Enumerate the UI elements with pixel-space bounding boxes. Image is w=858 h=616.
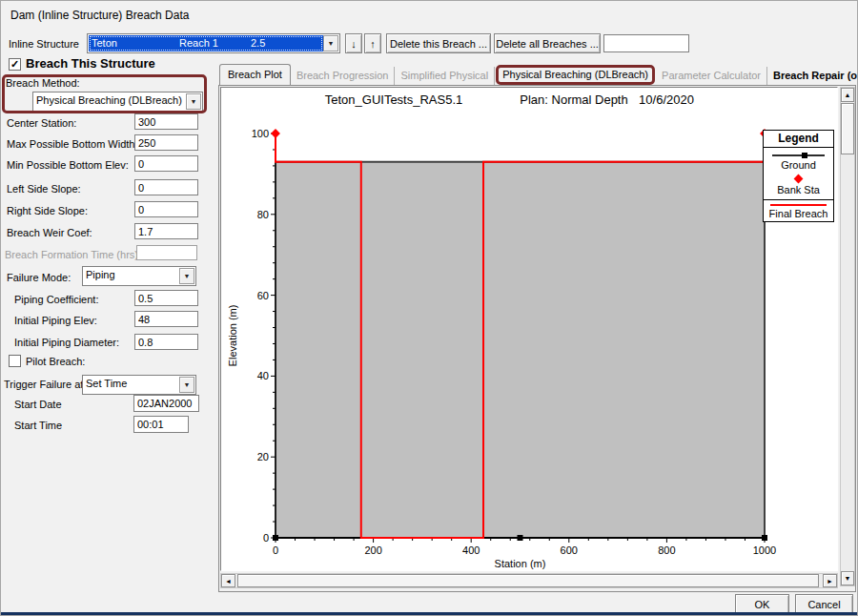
tab-strip: Breach Plot Breach Progression Simplifie… xyxy=(219,64,858,85)
bank-sta-marker-icon xyxy=(794,175,804,184)
ground-line-icon xyxy=(772,152,825,159)
min-bottom-elev-label: Min Possible Bottom Elev: xyxy=(7,159,129,171)
plot-title: Teton_GUITests_RAS5.1 xyxy=(325,92,463,107)
cancel-button[interactable]: Cancel xyxy=(795,594,853,614)
horizontal-scrollbar[interactable]: ◄ ► xyxy=(220,573,838,588)
move-down-button[interactable]: ↓ xyxy=(345,33,362,53)
piping-coefficient-label: Piping Coefficient: xyxy=(14,294,98,305)
ok-button[interactable]: OK xyxy=(735,594,789,614)
chevron-down-icon[interactable]: ▼ xyxy=(186,93,201,110)
selector-river: Teton xyxy=(92,37,117,49)
tab-physical-breaching[interactable]: Physical Breaching (DLBreach) xyxy=(496,65,655,85)
breach-plot-area: 02004006008001000020406080100Teton_GUITe… xyxy=(220,87,838,571)
initial-piping-diameter-label: Initial Piping Diameter: xyxy=(14,337,119,348)
failure-mode-dropdown[interactable]: Piping ▼ xyxy=(82,266,196,286)
left-side-slope-label: Left Side Slope: xyxy=(7,183,81,195)
breach-method-value: Physical Breaching (DLBreach) xyxy=(36,94,185,106)
center-station-field[interactable] xyxy=(134,113,198,130)
piping-coefficient-field[interactable] xyxy=(134,290,198,306)
selector-selection: Teton Reach 1 2.5 xyxy=(89,35,323,51)
svg-text:40: 40 xyxy=(257,370,269,381)
vertical-scroll-thumb[interactable] xyxy=(841,103,854,154)
pilot-breach-checkbox[interactable] xyxy=(9,355,21,367)
delete-this-breach-button[interactable]: Delete this Breach ... xyxy=(386,33,491,53)
delete-all-breaches-button[interactable]: Delete all Breaches ... xyxy=(494,33,601,53)
legend-divider xyxy=(764,199,833,200)
chevron-down-icon[interactable]: ▼ xyxy=(323,35,338,51)
svg-text:0: 0 xyxy=(263,532,269,544)
failure-mode-value: Piping xyxy=(86,269,178,280)
selector-rs: 2.5 xyxy=(251,37,265,49)
start-time-field[interactable] xyxy=(133,416,189,433)
legend-entry-final-breach: Final Breach xyxy=(764,208,833,221)
window-title: Dam (Inline Structure) Breach Data xyxy=(10,9,189,22)
scroll-right-icon[interactable]: ► xyxy=(823,574,837,587)
trigger-failure-label: Trigger Failure at: xyxy=(4,379,86,390)
dialog-window: Dam (Inline Structure) Breach Data Inlin… xyxy=(0,0,858,616)
max-bottom-width-field[interactable] xyxy=(134,134,198,151)
legend-title: Legend xyxy=(764,131,833,148)
breach-method-dropdown[interactable]: Physical Breaching (DLBreach) ▼ xyxy=(32,92,203,112)
svg-text:20: 20 xyxy=(257,451,269,462)
scroll-up-icon[interactable]: ▲ xyxy=(841,88,854,102)
ground-point-marker xyxy=(273,535,278,541)
formation-time-field[interactable] xyxy=(136,245,197,260)
svg-text:1000: 1000 xyxy=(753,544,776,556)
ground-point-marker xyxy=(518,535,523,541)
chevron-down-icon[interactable]: ▼ xyxy=(179,377,194,393)
failure-mode-label: Failure Mode: xyxy=(7,272,71,283)
chevron-down-icon[interactable]: ▼ xyxy=(179,268,194,284)
x-axis-label: Station (m) xyxy=(495,558,546,569)
left-side-slope-field[interactable] xyxy=(134,179,198,195)
move-up-button[interactable]: ↑ xyxy=(364,33,381,53)
min-bottom-elev-field[interactable] xyxy=(134,155,198,172)
breach-weir-coef-field[interactable] xyxy=(134,223,198,239)
tab-breach-plot[interactable]: Breach Plot xyxy=(219,64,291,85)
start-time-label: Start Time xyxy=(14,420,62,431)
svg-text:100: 100 xyxy=(252,128,269,139)
plot-title: 10/6/2020 xyxy=(639,92,694,107)
horizontal-scroll-thumb[interactable] xyxy=(237,574,819,587)
trigger-failure-value: Set Time xyxy=(86,378,178,389)
start-date-label: Start Date xyxy=(14,399,62,410)
plot-title: Plan: Normal Depth xyxy=(520,92,627,107)
dam-structure-polygon xyxy=(276,162,765,538)
pilot-breach-label: Pilot Breach: xyxy=(26,356,85,367)
svg-text:80: 80 xyxy=(257,209,269,220)
scroll-down-icon[interactable]: ▼ xyxy=(841,571,854,585)
plot-legend: Legend Ground Bank Sta Final Breach xyxy=(763,130,834,222)
svg-text:800: 800 xyxy=(658,544,675,556)
max-bottom-width-label: Max Possible Bottom Width: xyxy=(7,138,138,150)
svg-text:60: 60 xyxy=(257,290,269,301)
initial-piping-elev-field[interactable] xyxy=(134,311,198,327)
legend-entry-bank-sta: Bank Sta xyxy=(764,184,833,197)
trigger-failure-dropdown[interactable]: Set Time ▼ xyxy=(82,375,196,395)
breach-weir-coef-label: Breach Weir Coef: xyxy=(7,227,92,238)
inline-structure-selector[interactable]: Teton Reach 1 2.5 ▼ xyxy=(87,33,340,53)
ground-point-marker xyxy=(762,535,767,541)
breach-plot-svg: 02004006008001000020406080100Teton_GUITe… xyxy=(221,88,837,570)
y-axis-label: Elevation (m) xyxy=(227,305,238,367)
svg-text:600: 600 xyxy=(561,544,578,556)
svg-text:200: 200 xyxy=(364,544,381,556)
window-bottom-edge xyxy=(1,612,857,615)
bank-station-marker xyxy=(271,129,280,138)
start-date-field[interactable] xyxy=(133,395,199,412)
legend-entry-ground: Ground xyxy=(764,159,833,173)
selector-reach: Reach 1 xyxy=(179,37,218,49)
tab-breach-progression[interactable]: Breach Progression xyxy=(291,67,396,85)
breach-this-structure-label: Breach This Structure xyxy=(26,56,155,71)
scroll-left-icon[interactable]: ◄ xyxy=(221,574,235,587)
right-side-slope-field[interactable] xyxy=(134,201,198,217)
breach-this-structure-checkbox[interactable]: ✓ xyxy=(9,58,21,71)
tab-parameter-calculator[interactable]: Parameter Calculator xyxy=(656,67,767,85)
svg-text:400: 400 xyxy=(462,544,480,556)
tab-breach-repair[interactable]: Breach Repair (optional) xyxy=(767,67,858,85)
vertical-scrollbar[interactable]: ▲ ▼ xyxy=(840,87,855,586)
final-breach-line-icon xyxy=(770,204,827,206)
inline-structure-label: Inline Structure xyxy=(9,38,79,50)
formation-time-label: Breach Formation Time (hrs): xyxy=(5,249,141,260)
initial-piping-diameter-field[interactable] xyxy=(134,334,198,350)
breach-note-field[interactable] xyxy=(603,34,689,52)
tab-simplified-physical[interactable]: Simplified Physical xyxy=(395,67,495,85)
